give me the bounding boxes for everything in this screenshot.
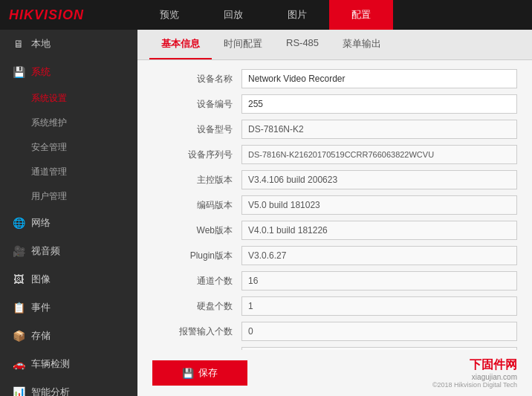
form-row-web-version: Web版本 V4.0.1 build 181226 [152,221,517,240]
sidebar-item-av[interactable]: 🎥 视音频 [0,237,137,265]
logo-area: HIKVISION [0,7,137,23]
sidebar-item-event[interactable]: 📋 事件 [0,293,137,322]
input-device-name[interactable]: Network Video Recorder [241,69,517,88]
label-disk-count: 硬盘个数 [152,300,241,313]
label-alarm-in: 报警输入个数 [152,325,241,338]
tab-bar: 基本信息 时间配置 RS-485 菜单输出 [137,30,532,60]
form-area: 设备名称 Network Video Recorder 设备编号 255 设备型… [137,60,532,350]
tab-time-config[interactable]: 时间配置 [212,30,274,59]
sidebar-vehicle-label: 车辆检测 [31,357,70,371]
value-web-version: V4.0.1 build 181226 [241,221,517,240]
label-main-version: 主控版本 [152,174,241,186]
sidebar-sub-maintenance-label: 系统维护 [31,117,67,129]
network-icon: 🌐 [12,217,25,229]
sidebar-sub-maintenance[interactable]: 系统维护 [0,111,137,135]
tab-menu-output[interactable]: 菜单输出 [331,30,393,59]
input-device-number[interactable]: 255 [241,94,517,114]
form-row-device-name: 设备名称 Network Video Recorder [152,69,517,88]
sidebar-sub-user-label: 用户管理 [31,190,67,203]
label-plugin-version: Plugin版本 [152,250,241,262]
value-plugin-version: V3.0.6.27 [241,246,517,265]
main-layout: 🖥 本地 💾 系统 系统设置 系统维护 安全管理 通道管理 用户管理 🌐 网络 … [0,30,532,396]
system-icon: 💾 [12,66,25,78]
nav-preview[interactable]: 预览 [137,0,201,30]
tab-basic-info[interactable]: 基本信息 [149,30,212,59]
tab-rs485[interactable]: RS-485 [274,30,331,59]
form-row-alarm-in: 报警输入个数 0 [152,322,517,341]
top-nav: HIKVISION 预览 回放 图片 配置 [0,0,532,30]
form-row-plugin-version: Plugin版本 V3.0.6.27 [152,246,517,265]
content-area: 基本信息 时间配置 RS-485 菜单输出 设备名称 Network Video… [137,30,532,396]
save-icon: 💾 [182,368,194,379]
value-channel-count: 16 [241,271,517,290]
save-button[interactable]: 💾 保存 [152,360,247,386]
ai-icon: 📊 [12,386,25,396]
sidebar-ai-label: 智能分析 [31,386,70,396]
nav-playback[interactable]: 回放 [201,0,265,30]
sidebar-item-network[interactable]: 🌐 网络 [0,209,137,237]
sidebar-item-image[interactable]: 🖼 图像 [0,265,137,293]
label-web-version: Web版本 [152,224,241,237]
sidebar-av-label: 视音频 [31,244,60,258]
nav-items: 预览 回放 图片 配置 [137,0,532,30]
form-row-device-model: 设备型号 DS-7816N-K2 [152,120,517,139]
form-row-encode-version: 编码版本 V5.0 build 181023 [152,195,517,215]
label-encode-version: 编码版本 [152,199,241,212]
event-icon: 📋 [12,302,25,314]
form-row-channel-count: 通道个数 16 [152,271,517,290]
copyright-text: ©2018 Hikvision Digital Tech [432,381,517,389]
sidebar-storage-label: 存储 [31,329,51,343]
sidebar-image-label: 图像 [31,273,51,286]
sidebar-sub-system-settings[interactable]: 系统设置 [0,86,137,111]
value-serial: DS-7816N-K21620170519CCRR766063822WCVU [241,145,517,164]
value-disk-count: 1 [241,296,517,316]
nav-config[interactable]: 配置 [329,0,393,30]
value-encode-version: V5.0 build 181023 [241,195,517,215]
value-main-version: V3.4.106 build 200623 [241,170,517,189]
sidebar-event-label: 事件 [31,301,51,314]
logo-text: HIKVISION [9,7,84,23]
local-icon: 🖥 [12,38,25,50]
sidebar-item-system[interactable]: 💾 系统 [0,58,137,86]
form-row-disk-count: 硬盘个数 1 [152,296,517,316]
form-row-main-version: 主控版本 V3.4.106 build 200623 [152,170,517,189]
sidebar-sub-security[interactable]: 安全管理 [0,135,137,160]
image-icon: 🖼 [12,273,25,285]
label-channel-count: 通道个数 [152,275,241,288]
label-device-model: 设备型号 [152,123,241,136]
nav-picture[interactable]: 图片 [265,0,329,30]
sidebar-sub-system-settings-label: 系统设置 [31,92,67,105]
storage-icon: 📦 [12,330,25,342]
sidebar-sub-channel-label: 通道管理 [31,166,67,178]
sidebar-sub-security-label: 安全管理 [31,141,67,154]
sidebar-item-ai[interactable]: 📊 智能分析 [0,378,137,396]
sidebar-system-label: 系统 [31,65,51,79]
sidebar-sub-channel[interactable]: 通道管理 [0,160,137,184]
label-device-number: 设备编号 [152,98,241,111]
sidebar-item-storage[interactable]: 📦 存储 [0,322,137,350]
sidebar-local-label: 本地 [31,37,51,51]
save-label: 保存 [198,366,218,380]
av-icon: 🎥 [12,245,25,257]
watermark-site: xiagujian.com [432,373,517,381]
vehicle-icon: 🚗 [12,358,25,370]
footer-area: 💾 保存 下固件网 xiagujian.com ©2018 Hikvision … [137,350,532,396]
sidebar-sub-user[interactable]: 用户管理 [0,184,137,209]
sidebar-network-label: 网络 [31,216,51,230]
sidebar-item-vehicle[interactable]: 🚗 车辆检测 [0,350,137,378]
value-alarm-in: 0 [241,322,517,341]
label-device-name: 设备名称 [152,73,241,85]
watermark-top: 下固件网 [432,357,517,373]
label-serial: 设备序列号 [152,149,241,161]
sidebar-item-local[interactable]: 🖥 本地 [0,30,137,58]
form-row-serial: 设备序列号 DS-7816N-K21620170519CCRR766063822… [152,145,517,164]
watermark-area: 下固件网 xiagujian.com ©2018 Hikvision Digit… [432,357,517,389]
value-device-model: DS-7816N-K2 [241,120,517,139]
form-row-device-number: 设备编号 255 [152,94,517,114]
sidebar: 🖥 本地 💾 系统 系统设置 系统维护 安全管理 通道管理 用户管理 🌐 网络 … [0,30,137,396]
